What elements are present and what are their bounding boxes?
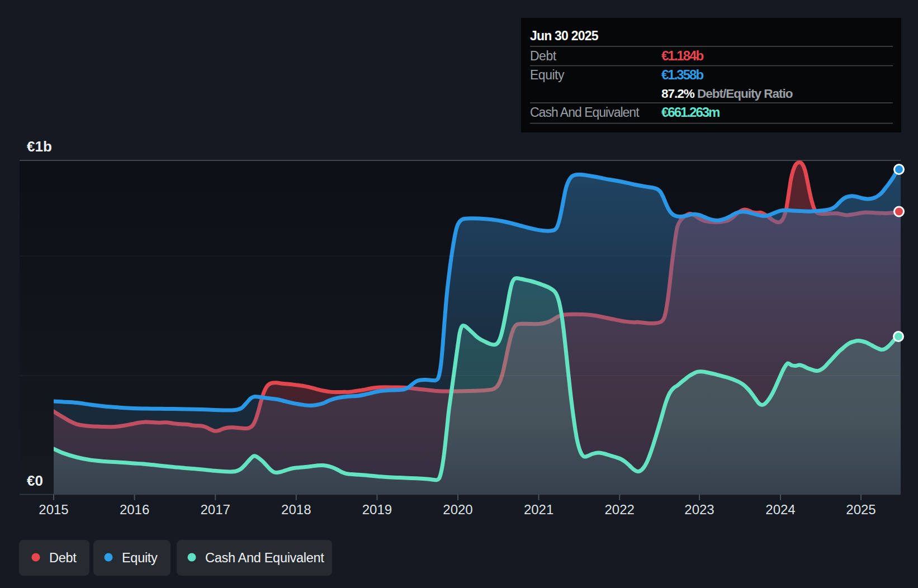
svg-text:Cash And Equivalent: Cash And Equivalent: [205, 551, 324, 565]
svg-text:2022: 2022: [605, 502, 635, 517]
svg-text:Cash And Equivalent: Cash And Equivalent: [530, 105, 640, 120]
svg-text:2025: 2025: [846, 502, 876, 517]
svg-text:2020: 2020: [443, 502, 472, 517]
svg-text:2019: 2019: [362, 502, 392, 517]
svg-text:2016: 2016: [120, 502, 149, 517]
svg-text:2024: 2024: [765, 502, 795, 517]
svg-text:2021: 2021: [524, 502, 553, 517]
svg-text:2015: 2015: [39, 502, 68, 517]
svg-text:Jun 30 2025: Jun 30 2025: [530, 29, 599, 43]
svg-text:2017: 2017: [201, 502, 230, 517]
svg-text:€0: €0: [27, 472, 43, 489]
svg-text:2018: 2018: [281, 502, 311, 517]
svg-text:€1.184b: €1.184b: [661, 48, 703, 63]
svg-text:87.2% Debt/Equity Ratio: 87.2% Debt/Equity Ratio: [661, 87, 793, 101]
svg-text:2023: 2023: [684, 502, 714, 517]
svg-text:Equity: Equity: [530, 68, 565, 82]
svg-text:Debt: Debt: [49, 551, 77, 565]
svg-text:Equity: Equity: [122, 551, 158, 565]
svg-text:€1b: €1b: [27, 138, 52, 155]
svg-text:€661.263m: €661.263m: [661, 105, 720, 120]
svg-text:Debt: Debt: [530, 49, 557, 63]
svg-text:€1.358b: €1.358b: [661, 67, 703, 82]
